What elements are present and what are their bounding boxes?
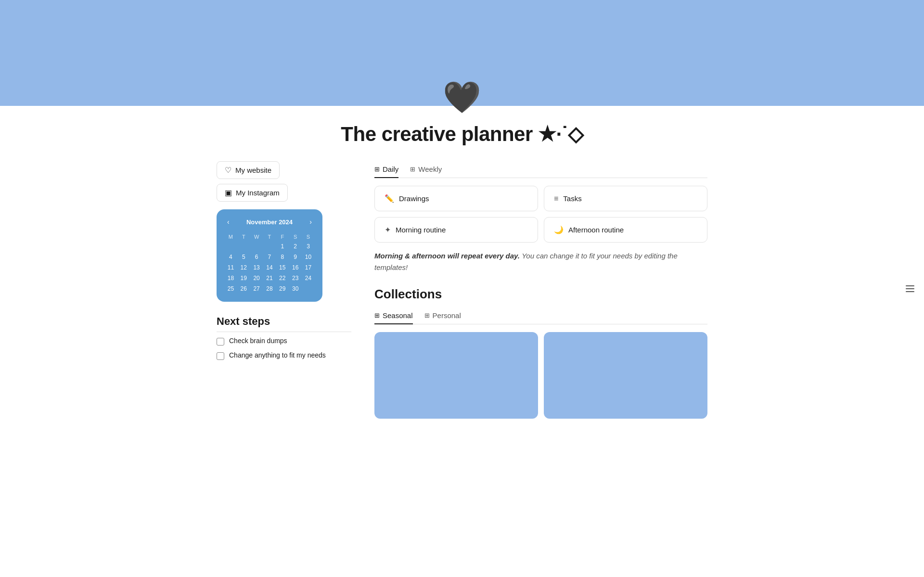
checkbox-1[interactable] — [217, 338, 224, 346]
my-instagram-button[interactable]: ▣ My Instagram — [217, 184, 288, 202]
calendar-day — [250, 241, 263, 252]
scrollbar-line-1 — [906, 285, 914, 286]
collection-card-2[interactable] — [544, 332, 707, 419]
weekly-tab-icon: ⊞ — [410, 166, 415, 173]
cal-day-t1: T — [237, 232, 250, 241]
calendar-grid: M T W T F S S 12345678910111213141516171… — [224, 232, 315, 294]
calendar-day[interactable]: 30 — [289, 283, 302, 294]
calendar-header: ‹ November 2024 › — [224, 217, 315, 227]
cal-day-s1: S — [289, 232, 302, 241]
tasks-card[interactable]: ≡ Tasks — [544, 186, 707, 211]
seasonal-tab-label: Seasonal — [383, 311, 413, 320]
collections-title: Collections — [374, 287, 707, 302]
calendar-day — [237, 241, 250, 252]
daily-tab-label: Daily — [383, 165, 398, 173]
drawings-label: Drawings — [399, 194, 429, 203]
heart-icon: 🖤 — [443, 82, 481, 113]
right-column: ⊞ Daily ⊞ Weekly ✏️ Drawings ≡ Tasks — [374, 161, 707, 419]
calendar-day[interactable]: 2 — [289, 241, 302, 252]
afternoon-icon: 🌙 — [554, 225, 564, 234]
checklist-item-1: Check brain dumps — [217, 337, 351, 346]
calendar-day[interactable]: 4 — [224, 252, 237, 262]
morning-icon: ✦ — [385, 225, 391, 234]
daily-tab-icon: ⊞ — [374, 166, 380, 173]
calendar-prev-button[interactable]: ‹ — [224, 217, 232, 227]
collection-card-1[interactable] — [374, 332, 538, 419]
calendar-day[interactable]: 26 — [237, 283, 250, 294]
cal-day-w: W — [250, 232, 263, 241]
tab-weekly[interactable]: ⊞ Weekly — [410, 161, 442, 178]
tasks-label: Tasks — [563, 194, 581, 203]
calendar-day[interactable]: 3 — [302, 241, 315, 252]
calendar-day[interactable]: 28 — [263, 283, 276, 294]
planner-tabs: ⊞ Daily ⊞ Weekly — [374, 161, 707, 178]
calendar-month-label: November 2024 — [246, 218, 293, 226]
drawings-icon: ✏️ — [385, 194, 394, 203]
tab-seasonal[interactable]: ⊞ Seasonal — [374, 308, 413, 324]
content-layout: ♡ My website ▣ My Instagram ‹ November 2… — [217, 161, 707, 419]
calendar-day[interactable]: 20 — [250, 273, 263, 283]
personal-tab-icon: ⊞ — [424, 312, 430, 319]
calendar-day[interactable]: 16 — [289, 262, 302, 273]
calendar-day[interactable]: 1 — [276, 241, 289, 252]
checklist-label-1: Check brain dumps — [229, 337, 287, 345]
calendar-day[interactable]: 17 — [302, 262, 315, 273]
planner-cards-grid: ✏️ Drawings ≡ Tasks ✦ Morning routine 🌙 … — [374, 186, 707, 243]
seasonal-tab-icon: ⊞ — [374, 312, 380, 319]
collection-cards-grid — [374, 332, 707, 419]
page-icon-area: 🖤 — [217, 82, 707, 113]
heart-link-icon: ♡ — [225, 166, 231, 175]
calendar-day[interactable]: 12 — [237, 262, 250, 273]
next-steps-section: Next steps Check brain dumps Change anyt… — [217, 315, 351, 360]
page-title: The creative planner ★·˙◇ — [217, 122, 707, 146]
calendar-day[interactable]: 23 — [289, 273, 302, 283]
scrollbar-line-3 — [906, 291, 914, 292]
collections-tabs: ⊞ Seasonal ⊞ Personal — [374, 308, 707, 324]
info-text-bold: Morning & afternoon will repeat every da… — [374, 252, 520, 260]
calendar-day — [224, 241, 237, 252]
instagram-icon: ▣ — [225, 188, 232, 197]
calendar-day[interactable]: 18 — [224, 273, 237, 283]
my-instagram-label: My Instagram — [236, 189, 280, 197]
weekly-tab-label: Weekly — [418, 165, 442, 173]
my-website-button[interactable]: ♡ My website — [217, 161, 280, 179]
cal-day-f: F — [276, 232, 289, 241]
info-text: Morning & afternoon will repeat every da… — [374, 250, 707, 273]
calendar-day[interactable]: 25 — [224, 283, 237, 294]
calendar-day[interactable]: 10 — [302, 252, 315, 262]
calendar-day[interactable]: 11 — [224, 262, 237, 273]
checklist-label-2: Change anything to fit my needs — [229, 351, 326, 359]
scrollbar-line-2 — [906, 288, 914, 289]
calendar-day[interactable]: 22 — [276, 273, 289, 283]
calendar-day — [302, 283, 315, 294]
scrollbar-hint — [906, 285, 914, 292]
calendar-next-button[interactable]: › — [307, 217, 315, 227]
calendar-day — [263, 241, 276, 252]
calendar-day[interactable]: 13 — [250, 262, 263, 273]
next-steps-title: Next steps — [217, 315, 351, 332]
cal-day-s2: S — [302, 232, 315, 241]
calendar-day[interactable]: 27 — [250, 283, 263, 294]
calendar-day[interactable]: 5 — [237, 252, 250, 262]
morning-routine-label: Morning routine — [396, 226, 446, 234]
tab-personal[interactable]: ⊞ Personal — [424, 308, 461, 324]
drawings-card[interactable]: ✏️ Drawings — [374, 186, 538, 211]
calendar-day[interactable]: 19 — [237, 273, 250, 283]
calendar-day[interactable]: 24 — [302, 273, 315, 283]
calendar-widget: ‹ November 2024 › M T W T F S S — [217, 209, 322, 302]
calendar-day[interactable]: 29 — [276, 283, 289, 294]
calendar-day[interactable]: 14 — [263, 262, 276, 273]
calendar-day[interactable]: 6 — [250, 252, 263, 262]
cal-day-t2: T — [263, 232, 276, 241]
calendar-day[interactable]: 21 — [263, 273, 276, 283]
calendar-day[interactable]: 8 — [276, 252, 289, 262]
morning-routine-card[interactable]: ✦ Morning routine — [374, 217, 538, 243]
tab-daily[interactable]: ⊞ Daily — [374, 161, 398, 178]
afternoon-routine-card[interactable]: 🌙 Afternoon routine — [544, 217, 707, 243]
calendar-day[interactable]: 7 — [263, 252, 276, 262]
afternoon-routine-label: Afternoon routine — [568, 226, 624, 234]
checkbox-2[interactable] — [217, 352, 224, 360]
calendar-day[interactable]: 15 — [276, 262, 289, 273]
calendar-day[interactable]: 9 — [289, 252, 302, 262]
personal-tab-label: Personal — [433, 311, 461, 320]
